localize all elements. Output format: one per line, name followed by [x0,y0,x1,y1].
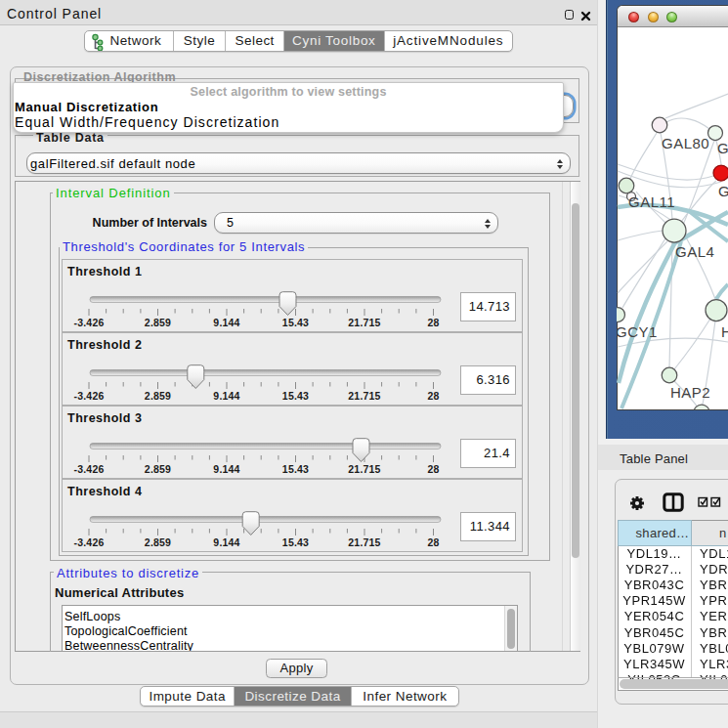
svg-text:21.715: 21.715 [348,317,380,328]
svg-text:G: G [718,183,728,199]
svg-text:2.859: 2.859 [145,390,171,402]
svg-text:28: 28 [427,390,439,402]
svg-text:21.715: 21.715 [348,536,380,548]
svg-text:GAL80: GAL80 [662,135,709,151]
svg-text:15.43: 15.43 [282,390,309,402]
svg-text:2.859: 2.859 [145,317,171,328]
svg-text:HAP2: HAP2 [670,384,710,401]
svg-text:-3.426: -3.426 [74,463,105,475]
svg-text:9.144: 9.144 [213,317,239,328]
svg-text:H: H [721,323,728,340]
svg-text:21.715: 21.715 [348,463,380,475]
svg-text:GAL4: GAL4 [675,243,714,260]
svg-text:15.43: 15.43 [282,463,309,475]
svg-text:9.144: 9.144 [213,390,239,402]
svg-text:GA: GA [717,140,728,156]
svg-text:21.715: 21.715 [348,390,380,402]
svg-text:GCY1: GCY1 [617,323,658,340]
svg-text:15.43: 15.43 [282,317,309,328]
svg-text:GAL11: GAL11 [628,193,675,210]
svg-text:9.144: 9.144 [213,463,239,475]
svg-text:-3.426: -3.426 [74,317,105,328]
svg-text:28: 28 [427,317,439,328]
svg-text:28: 28 [427,536,439,548]
svg-text:9.144: 9.144 [213,536,239,548]
svg-text:-3.426: -3.426 [74,390,105,402]
svg-text:28: 28 [427,463,439,475]
svg-text:15.43: 15.43 [282,536,309,548]
svg-text:2.859: 2.859 [145,463,171,475]
svg-text:-3.426: -3.426 [74,536,105,548]
svg-text:2.859: 2.859 [145,536,171,548]
